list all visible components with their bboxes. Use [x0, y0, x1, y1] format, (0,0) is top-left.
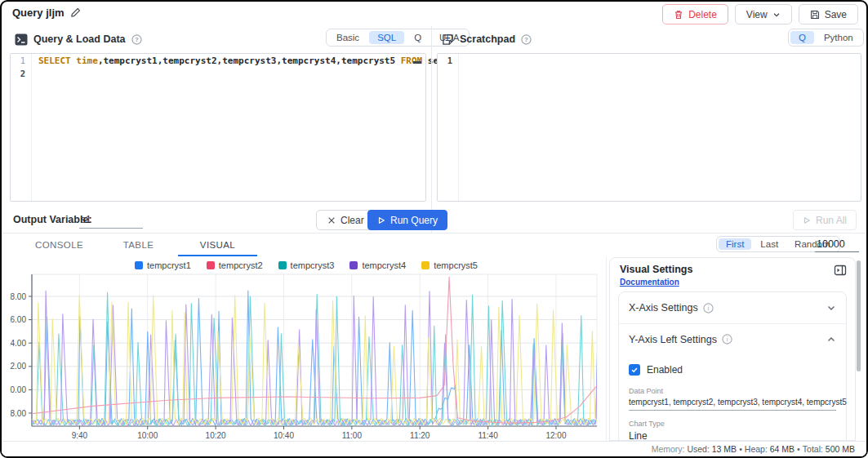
query-panel-title: Query & Load Data — [33, 33, 126, 45]
svg-text:i: i — [726, 336, 728, 343]
scratchpad-editor[interactable]: 1 — [437, 53, 861, 202]
enabled-label: Enabled — [647, 364, 683, 376]
svg-text:i: i — [707, 305, 709, 312]
results-tabs: CONSOLETABLEVISUAL — [20, 234, 257, 256]
header-actions: Delete View Save — [662, 4, 858, 24]
data-point-label: Data Point — [629, 387, 836, 395]
svg-text:10.00: 10.00 — [10, 385, 26, 394]
memory-status: Memory: Used: 13 MB•Heap: 64 MB•Total: 5… — [652, 444, 855, 454]
help-icon[interactable]: ? — [131, 34, 142, 45]
help-icon[interactable]: ? — [521, 34, 532, 45]
scratchpad-code-area[interactable] — [460, 54, 861, 201]
data-point-value[interactable]: tempcryst1, tempcryst2, tempcryst3, temp… — [629, 398, 836, 411]
results-tab-visual[interactable]: VISUAL — [178, 234, 257, 256]
title-bar: Query jljm Delete View — [2, 2, 866, 26]
chart-type-label: Chart Type — [629, 420, 836, 428]
chart-type-select[interactable]: Line — [629, 430, 836, 441]
y-axis-left-settings-row[interactable]: Y-Axis Left Settings i — [619, 323, 846, 354]
row-limit-input[interactable] — [815, 236, 859, 252]
svg-text:10:20: 10:20 — [206, 431, 226, 440]
visual-settings-panel: Visual Settings Documentation X-Axis Set… — [609, 257, 856, 441]
scratchpad-mode-tabs: QPython — [788, 29, 864, 47]
editor-minimap-marker — [413, 61, 421, 64]
scratchpad-header: Scratchpad ? — [442, 29, 532, 49]
sampling-last-button[interactable]: Last — [753, 238, 786, 250]
app-root: Query jljm Delete View — [2, 2, 866, 456]
scratchpad-tab-python[interactable]: Python — [816, 31, 861, 44]
scratchpad-editor-gutter: 1 — [438, 54, 459, 201]
chevron-down-icon — [772, 11, 781, 19]
chevron-down-icon — [826, 303, 836, 313]
sampling-first-button[interactable]: First — [719, 238, 751, 250]
line-number: 1 — [11, 54, 31, 67]
scratchpad-tab-q[interactable]: Q — [790, 31, 814, 44]
clear-button[interactable]: Clear — [316, 210, 376, 230]
output-variable-input[interactable] — [79, 211, 143, 229]
enabled-checkbox-row[interactable]: Enabled — [629, 364, 836, 376]
x-axis-settings-row[interactable]: X-Axis Settings i — [619, 292, 846, 323]
svg-text:?: ? — [135, 36, 139, 43]
sql-code-area[interactable]: SELECT time,tempcryst1,tempcryst2,tempcr… — [33, 54, 425, 201]
delete-button[interactable]: Delete — [662, 4, 728, 24]
line-number: 1 — [438, 54, 458, 67]
scratchpad-icon — [442, 33, 454, 46]
sql-editor[interactable]: 1 2 SELECT time,tempcryst1,tempcryst2,te… — [10, 53, 426, 202]
y-axis-settings-body: Enabled Data Point tempcryst1, tempcryst… — [619, 354, 846, 441]
page-title: Query jljm — [12, 7, 65, 19]
chevron-up-icon — [826, 335, 836, 345]
axis-settings-card: X-Axis Settings i Y-Axis Left Settings i — [618, 291, 847, 441]
close-icon — [327, 216, 336, 225]
run-all-button[interactable]: Run All — [793, 210, 857, 230]
svg-text:18.00: 18.00 — [10, 292, 26, 301]
line-number: 2 — [11, 67, 31, 80]
panel-divider — [431, 26, 432, 233]
query-mode-tab-sql[interactable]: SQL — [369, 31, 404, 44]
data-point-field[interactable]: Data Point tempcryst1, tempcryst2, tempc… — [629, 387, 836, 411]
svg-text:?: ? — [524, 36, 528, 43]
results-tab-console[interactable]: CONSOLE — [20, 234, 99, 256]
sql-editor-gutter: 1 2 — [11, 54, 32, 201]
scratchpad-title: Scratchpad — [460, 33, 515, 45]
svg-text:12.00: 12.00 — [10, 362, 26, 371]
view-button[interactable]: View — [735, 4, 792, 24]
app-window: Query jljm Delete View — [0, 0, 868, 458]
svg-text:9:40: 9:40 — [72, 431, 88, 440]
query-panel-header: Query & Load Data ? — [15, 29, 142, 49]
chart-type-field[interactable]: Chart Type Line — [629, 420, 836, 441]
run-query-button[interactable]: Run Query — [367, 210, 447, 230]
checkbox-checked-icon[interactable] — [629, 364, 640, 376]
settings-scrollbar[interactable] — [857, 260, 861, 371]
query-mode-tab-basic[interactable]: Basic — [328, 31, 367, 44]
info-icon[interactable]: i — [703, 303, 714, 313]
visual-settings-title: Visual Settings — [620, 264, 692, 275]
play-icon — [803, 216, 811, 225]
svg-text:14.00: 14.00 — [10, 339, 26, 348]
results-divider — [606, 257, 607, 441]
timeseries-chart[interactable]: 8.0010.0012.0014.0016.0018.009:4010:0010… — [10, 257, 603, 442]
query-mode-tab-q[interactable]: Q — [406, 31, 430, 44]
svg-text:12:00: 12:00 — [545, 431, 566, 440]
play-icon — [377, 216, 385, 225]
svg-text:11:00: 11:00 — [342, 431, 363, 440]
terminal-icon — [15, 33, 28, 46]
svg-text:8.00: 8.00 — [11, 409, 27, 418]
edit-title-pencil-icon[interactable] — [70, 7, 81, 18]
sql-line-1: SELECT time,tempcryst1,tempcryst2,tempcr… — [38, 55, 422, 68]
documentation-link[interactable]: Documentation — [620, 278, 679, 287]
svg-text:11:20: 11:20 — [410, 431, 430, 440]
status-bar: Memory: Used: 13 MB•Heap: 64 MB•Total: 5… — [2, 441, 866, 456]
svg-text:11:40: 11:40 — [478, 431, 498, 440]
svg-text:16.00: 16.00 — [10, 315, 26, 324]
trash-icon — [674, 10, 683, 20]
svg-text:10:40: 10:40 — [274, 431, 294, 440]
collapse-panel-icon[interactable] — [834, 264, 847, 277]
results-tab-table[interactable]: TABLE — [99, 234, 178, 256]
save-icon — [810, 10, 820, 20]
info-icon[interactable]: i — [722, 334, 732, 345]
section-divider — [2, 233, 866, 233]
save-button[interactable]: Save — [799, 4, 858, 24]
svg-text:10:00: 10:00 — [137, 431, 158, 440]
